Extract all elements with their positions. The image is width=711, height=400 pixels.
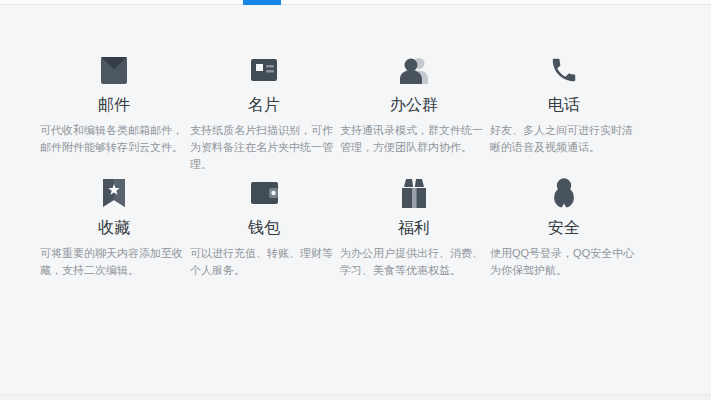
feature-description: 可将重要的聊天内容添加至收藏，支持二次编辑。 (40, 245, 187, 279)
feature-title: 福利 (339, 218, 489, 238)
business-card-icon (189, 55, 339, 85)
feature-title: 办公群 (339, 95, 489, 115)
feature-description: 好友、多人之间可进行实时清晰的语音及视频通话。 (490, 122, 637, 156)
feature-card-office-group: 办公群 支持通讯录模式，群文件统一管理，方便团队群内协作。 (339, 55, 489, 178)
phone-icon (489, 55, 639, 85)
feature-title: 钱包 (189, 218, 339, 238)
feature-card-security: 安全 使用QQ号登录，QQ安全中心为你保驾护航。 (489, 178, 639, 301)
feature-title: 邮件 (39, 95, 189, 115)
wallet-icon (189, 178, 339, 208)
top-tab-bar (0, 0, 711, 5)
feature-description: 可代收和编辑各类邮箱邮件，邮件附件能够转存到云文件。 (40, 122, 187, 156)
feature-page: 邮件 可代收和编辑各类邮箱邮件，邮件附件能够转存到云文件。 名片 支持纸质名片扫… (0, 0, 711, 400)
feature-card-business-card: 名片 支持纸质名片扫描识别，可作为资料备注在名片夹中统一管理。 (189, 55, 339, 178)
feature-title: 安全 (489, 218, 639, 238)
active-tab-indicator[interactable] (243, 0, 281, 5)
feature-card-favorites: 收藏 可将重要的聊天内容添加至收藏，支持二次编辑。 (39, 178, 189, 301)
feature-title: 电话 (489, 95, 639, 115)
feature-card-phone: 电话 好友、多人之间可进行实时清晰的语音及视频通话。 (489, 55, 639, 178)
feature-card-mail: 邮件 可代收和编辑各类邮箱邮件，邮件附件能够转存到云文件。 (39, 55, 189, 178)
gift-icon (339, 178, 489, 208)
qq-penguin-icon (489, 178, 639, 208)
office-group-icon (339, 55, 489, 85)
feature-title: 名片 (189, 95, 339, 115)
bookmark-star-icon (39, 178, 189, 208)
feature-title: 收藏 (39, 218, 189, 238)
feature-card-wallet: 钱包 可以进行充值、转账、理财等个人服务。 (189, 178, 339, 301)
feature-grid: 邮件 可代收和编辑各类邮箱邮件，邮件附件能够转存到云文件。 名片 支持纸质名片扫… (39, 55, 639, 301)
mail-icon (39, 55, 189, 85)
feature-description: 支持纸质名片扫描识别，可作为资料备注在名片夹中统一管理。 (190, 122, 337, 173)
feature-description: 支持通讯录模式，群文件统一管理，方便团队群内协作。 (340, 122, 487, 156)
feature-card-benefits: 福利 为办公用户提供出行、消费、学习、美食等优惠权益。 (339, 178, 489, 301)
feature-description: 为办公用户提供出行、消费、学习、美食等优惠权益。 (340, 245, 487, 279)
feature-description: 使用QQ号登录，QQ安全中心为你保驾护航。 (490, 245, 637, 279)
feature-description: 可以进行充值、转账、理财等个人服务。 (190, 245, 337, 279)
bottom-section-divider (0, 394, 711, 400)
